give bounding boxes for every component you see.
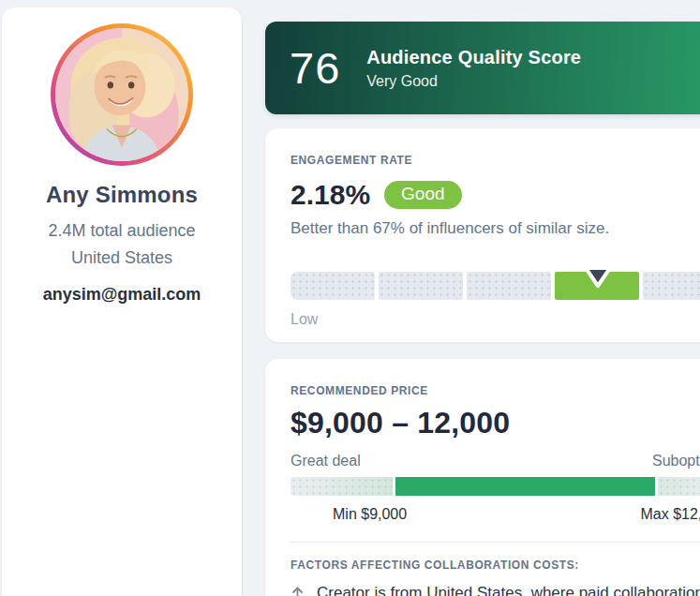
- factor-list-item: Creator is from United States, where pai…: [290, 584, 700, 596]
- quality-score-title: Audience Quality Score: [366, 47, 581, 68]
- avatar-gradient-ring: [51, 23, 193, 166]
- meter-low-label: Low: [290, 311, 700, 328]
- recommended-price-label: RECOMMENDED PRICE: [290, 384, 700, 397]
- quality-score-value: 76: [290, 42, 340, 94]
- avatar-photo-illustration: [55, 28, 188, 161]
- meter-segment-2: [379, 272, 463, 300]
- meter-segment-5: [643, 272, 700, 300]
- suboptimal-label: Suboptimal: [652, 453, 700, 469]
- price-max-label: Max $12,000: [640, 506, 700, 523]
- price-bar-below-min: [290, 477, 393, 496]
- meter-segment-1: [290, 272, 375, 300]
- price-range-bar: [290, 477, 700, 496]
- engagement-rate-label: ENGAGEMENT RATE: [290, 154, 700, 167]
- card-divider: [290, 542, 700, 543]
- profile-name: Any Simmons: [2, 182, 242, 208]
- factor-text: Creator is from United States, where pai…: [317, 584, 700, 596]
- engagement-rate-card: ENGAGEMENT RATE 2.18% Good Better than 6…: [265, 128, 700, 342]
- price-bar-recommended-range: [395, 477, 655, 496]
- profile-email: anysim@gmail.com: [2, 285, 242, 305]
- price-range-value: $9,000 – 12,000: [290, 406, 700, 440]
- engagement-rating-badge: Good: [384, 181, 461, 209]
- engagement-comparison-text: Better than 67% of influencers of simila…: [290, 219, 700, 238]
- profile-panel: Any Simmons 2.4M total audience United S…: [2, 7, 242, 596]
- engagement-rate-value: 2.18%: [290, 179, 370, 211]
- audience-quality-score-banner: 76 Audience Quality Score Very Good: [265, 22, 700, 114]
- arrow-up-icon: [290, 586, 305, 596]
- profile-location: United States: [2, 245, 242, 272]
- report-column: 76 Audience Quality Score Very Good ENGA…: [265, 0, 700, 596]
- meter-segment-3: [467, 272, 551, 300]
- meter-marker-triangle-icon: [580, 263, 616, 295]
- price-min-label: Min $9,000: [333, 506, 407, 523]
- price-bar-above-max: [658, 477, 700, 496]
- recommended-price-card: RECOMMENDED PRICE $9,000 – 12,000 Great …: [265, 359, 700, 596]
- profile-audience: 2.4M total audience: [2, 217, 242, 245]
- factors-heading: FACTORS AFFECTING COLLABORATION COSTS:: [290, 559, 700, 572]
- great-deal-label: Great deal: [290, 453, 361, 469]
- quality-score-rating: Very Good: [366, 73, 581, 90]
- avatar: [55, 28, 188, 161]
- engagement-scale-meter: [290, 272, 700, 300]
